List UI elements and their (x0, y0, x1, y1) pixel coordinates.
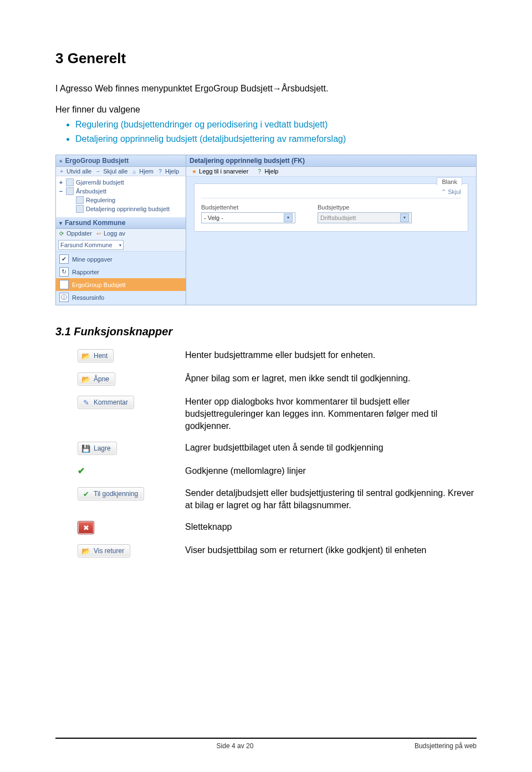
tree-label: Regulering (86, 197, 115, 203)
button-description: Viser budsjettbilag som er returnert (ik… (185, 544, 477, 556)
button-description: Lagrer budsjettbilaget uten å sende til … (185, 442, 477, 454)
budsjettenhet-select[interactable]: - Velg - ▾ (201, 212, 295, 223)
field-budsjettype: Budsjettype Driftsbudsjett ▾ (318, 204, 412, 223)
toolbar-icon: − (95, 168, 101, 175)
minus-icon[interactable]: − (58, 188, 64, 195)
toolbar-button-chip[interactable]: ✎Kommentar (78, 396, 172, 409)
help-label: Hjelp (264, 168, 278, 175)
main-title: Detaljering opprinnelig budsjett (FK) (190, 157, 305, 165)
tree-node[interactable]: Regulering (57, 196, 185, 204)
panel-title-1: ErgoGroup Budsjett (65, 157, 129, 165)
button-description: Sender detaljbudsjett eller budsjettjust… (185, 487, 477, 511)
button-icon: 📂 (81, 351, 90, 360)
sidebar-item[interactable]: ⓘRessursinfo (56, 291, 186, 304)
check-icon: ✔ (78, 466, 85, 476)
button-icon: 📂 (81, 546, 90, 555)
nav-tree: + Gjøremål budsjett − Årsbudsjett Regule… (56, 176, 186, 217)
section-heading: 3 Generelt (55, 50, 477, 67)
sidebar-list: ✔Mine oppgaver↻Rapporter▣ErgoGroup Budsj… (56, 252, 186, 305)
intro-sentence: I Agresso Web finnes menypunktet ErgoGro… (55, 83, 477, 95)
doc-icon (76, 196, 84, 204)
button-description: Henter opp dialogboks hvor kommentarer t… (185, 396, 477, 432)
sidebar-icon: ↻ (59, 267, 69, 277)
logoff-label: Logg av (104, 230, 125, 237)
sidebar-item[interactable]: ↻Rapporter (56, 265, 186, 278)
tree-label: Detaljering opprinnelig budsjett (86, 206, 170, 212)
approve-tick-icon[interactable]: ✔ (78, 465, 172, 477)
chevron-down-icon[interactable]: ▾ (284, 213, 293, 222)
plus-icon[interactable]: + (58, 179, 64, 186)
chevron-left-icon: « (59, 158, 63, 164)
refresh-button[interactable]: ⟳ Oppdater (58, 230, 92, 237)
panel-header-2[interactable]: ▾ Farsund Kommune (56, 217, 186, 229)
budsjettype-select[interactable]: Driftsbudsjett ▾ (318, 212, 412, 223)
footer-center: Side 4 av 20 (217, 742, 254, 750)
function-button-table: 📂HentHenter budsjettramme eller budsjett… (78, 349, 477, 558)
button-icon: 📂 (81, 375, 90, 384)
company-value: Farsund Kommune (60, 242, 112, 248)
help-button[interactable]: ? Hjelp (256, 168, 278, 175)
tree-node[interactable]: Detaljering opprinnelig budsjett (57, 204, 185, 213)
chevron-down-icon: ▾ (119, 243, 121, 248)
doc-icon (76, 205, 84, 213)
chevron-down-icon: ▾ (59, 220, 62, 226)
sidebar-icon: ✔ (59, 254, 69, 264)
toolbar-button-chip[interactable]: 📂Hent (78, 349, 172, 362)
toolbar-button[interactable]: −Skjul alle (95, 168, 127, 175)
add-shortcut-button[interactable]: ★ Legg til i snarveier (191, 168, 248, 175)
toolbar-label: Utvid alle (66, 168, 91, 175)
sidebar-icon: ▣ (59, 280, 69, 289)
logoff-button[interactable]: ↩ Logg av (95, 230, 125, 237)
button-description: Sletteknapp (185, 521, 477, 533)
help-icon: ? (256, 168, 263, 175)
button-description: Åpner bilag som er lagret, men ikke send… (185, 372, 477, 385)
company-select[interactable]: Farsund Kommune ▾ (58, 240, 124, 250)
button-icon: ✔ (81, 489, 90, 498)
refresh-icon: ⟳ (58, 230, 65, 237)
delete-button-chip[interactable]: ✖ (78, 521, 172, 534)
main-header: Detaljering opprinnelig budsjett (FK) (186, 155, 476, 167)
button-icon: 💾 (81, 444, 90, 453)
toolbar-button-chip[interactable]: 💾Lagre (78, 442, 172, 455)
select-value: - Velg - (204, 214, 223, 221)
toolbar-label: Skjul alle (103, 168, 127, 175)
sidebar: « ErgoGroup Budsjett ＋Utvid alle−Skjul a… (56, 155, 186, 305)
toolbar-button-chip[interactable]: ✔Til godkjenning (78, 487, 172, 500)
content-pane: Blank ⌃ Skjul Budsjettenhet - Velg - ▾ (186, 177, 476, 305)
sidebar-label: Mine oppgaver (72, 256, 112, 263)
collapse-label: Skjul (448, 188, 461, 195)
doc-icon (66, 187, 74, 195)
toolbar-2: ⟳ Oppdater ↩ Logg av Farsund Kommune ▾ (56, 229, 186, 252)
toolbar-button-chip[interactable]: 📂Vis returer (78, 544, 172, 558)
blank-tab[interactable]: Blank (437, 177, 462, 186)
bullet-item: Detaljering opprinnelig budsjett (detalj… (75, 133, 477, 145)
sidebar-icon: ⓘ (59, 293, 69, 302)
tree-label: Gjøremål budsjett (76, 179, 124, 186)
button-label: Kommentar (94, 398, 128, 406)
sidebar-label: ErgoGroup Budsjett (72, 282, 126, 288)
sidebar-item[interactable]: ▣ErgoGroup Budsjett (56, 278, 186, 291)
toolbar-button[interactable]: ＋Utvid alle (58, 168, 91, 175)
sidebar-item[interactable]: ✔Mine oppgaver (56, 253, 186, 265)
toolbar-1: ＋Utvid alle−Skjul alle⌂Hjem?Hjelp (56, 167, 186, 176)
button-label: Til godkjenning (94, 490, 138, 498)
toolbar-button-chip[interactable]: 📂Åpne (78, 372, 172, 386)
main-toolbar: ★ Legg til i snarveier ? Hjelp (186, 167, 476, 177)
toolbar-label: Hjem (139, 168, 154, 175)
button-label: Vis returer (94, 547, 124, 555)
toolbar-button[interactable]: ⌂Hjem (131, 168, 154, 175)
tree-node[interactable]: − Årsbudsjett (57, 187, 185, 196)
collapse-link[interactable]: ⌃ Skjul (201, 188, 461, 198)
select-value: Driftsbudsjett (320, 214, 356, 221)
panel-header-1[interactable]: « ErgoGroup Budsjett (56, 155, 186, 167)
button-label: Lagre (94, 444, 111, 452)
panel-title-2: Farsund Kommune (65, 219, 125, 227)
chevron-down-icon[interactable]: ▾ (400, 213, 409, 222)
toolbar-icon: ⌂ (131, 168, 137, 175)
tree-node[interactable]: + Gjøremål budsjett (57, 178, 185, 187)
toolbar-button[interactable]: ?Hjelp (157, 168, 179, 175)
sidebar-label: Ressursinfo (72, 294, 104, 301)
refresh-label: Oppdater (66, 230, 92, 237)
field-budsjettenhet: Budsjettenhet - Velg - ▾ (201, 204, 295, 223)
doc-icon (66, 178, 74, 186)
